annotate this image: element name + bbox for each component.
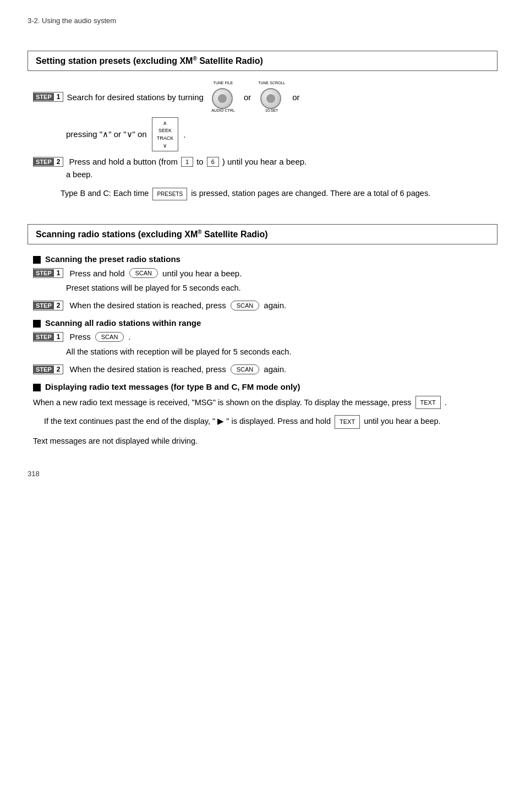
subsection3-para2: If the text continues past the end of th… [44, 415, 492, 429]
button-6: 6 [207, 157, 219, 167]
scan-btn-2: SCAN [231, 301, 260, 310]
type-note: Type B and C: Each time PRESETS is press… [61, 187, 497, 200]
sub1-step2-row: STEP 2 When the desired station is reach… [33, 301, 492, 310]
sub2-step1-row: STEP 1 Press SCAN . [33, 332, 492, 342]
step1-row: STEP 1 Search for desired stations by tu… [33, 81, 492, 113]
breadcrumb: 3-2. Using the audio system [28, 17, 497, 25]
bullet2 [33, 320, 41, 328]
sub1-step2-badge: STEP 2 [33, 301, 63, 310]
seek-track-btn: ∧SEEKTRACK∨ [152, 117, 179, 151]
step2-row: STEP 2 Press and hold a button (from 1 t… [33, 157, 492, 167]
subsection2-header: Scanning all radio stations within range [33, 318, 492, 328]
page-number: 318 [28, 470, 497, 478]
scan-btn-4: SCAN [231, 364, 260, 374]
step1-badge: STEP 1 [33, 92, 63, 102]
bullet1 [33, 256, 41, 264]
knob2-top-label: TUNE SCROLL [256, 81, 287, 85]
pressing-row: pressing "∧" or "∨" on ∧SEEKTRACK∨ . [66, 117, 492, 151]
bullet3 [33, 384, 41, 391]
scan-btn-3: SCAN [95, 332, 124, 342]
play-arrow-icon: ▶ [217, 417, 224, 426]
section2-title: Scanning radio stations (excluding XM® S… [36, 229, 268, 239]
subsection3-para1: When a new radio text message is receive… [33, 396, 492, 410]
scan-btn-1: SCAN [129, 268, 158, 278]
subsection1-header: Scanning the preset radio stations [33, 254, 492, 264]
knob1 [212, 88, 233, 109]
sub2-step1-badge: STEP 1 [33, 332, 63, 342]
subsection1-title: Scanning the preset radio stations [45, 254, 181, 264]
subsection2-title: Scanning all radio stations within range [45, 318, 201, 328]
subsection3-header: Displaying radio text messages (for type… [33, 382, 492, 391]
text-btn-1: TEXT [415, 396, 441, 410]
text-btn-2: TEXT [335, 415, 360, 429]
knob1-wrapper: TUNE FILE AUDIO CTRL [208, 81, 238, 113]
step2-sub: a beep. [66, 168, 492, 182]
section2-box: Scanning radio stations (excluding XM® S… [28, 224, 497, 244]
knob1-bottom-label: AUDIO CTRL [208, 108, 238, 113]
section1-title: Setting station presets (excluding XM® S… [36, 56, 263, 66]
button-1: 1 [181, 157, 193, 167]
subsection3-title: Displaying radio text messages (for type… [45, 382, 300, 391]
sub1-step1-row: STEP 1 Press and hold SCAN until you hea… [33, 268, 492, 278]
sub2-step2-row: STEP 2 When the desired station is reach… [33, 364, 492, 374]
presets-btn: PRESETS [152, 188, 187, 200]
knob1-top-label: TUNE FILE [208, 81, 238, 85]
section1-box: Setting station presets (excluding XM® S… [28, 51, 497, 71]
sub2-step1-sub: All the stations with reception will be … [66, 345, 492, 359]
sub2-step2-badge: STEP 2 [33, 364, 63, 374]
step1-text: Search for desired stations by turning T… [67, 81, 300, 113]
subsection3-para3: Text messages are not displayed while dr… [33, 434, 492, 448]
step2-badge: STEP 2 [33, 157, 63, 167]
sub1-step1-badge: STEP 1 [33, 268, 63, 278]
knob2-wrapper: TUNE SCROLL 10.SET [256, 81, 287, 113]
knob2 [260, 88, 281, 109]
sub1-step1-sub: Preset stations will be played for 5 sec… [66, 281, 492, 295]
knob2-bottom-label: 10.SET [256, 108, 287, 113]
